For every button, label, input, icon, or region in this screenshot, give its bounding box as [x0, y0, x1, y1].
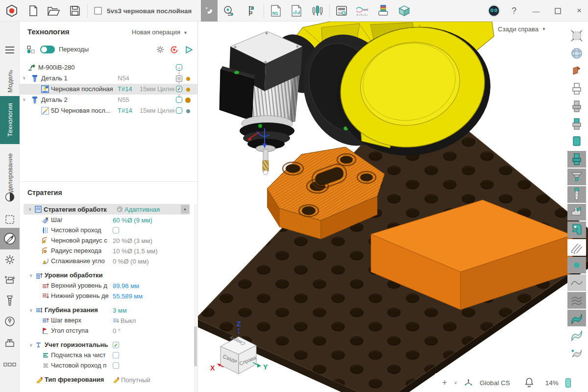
cleanup-checkbox[interactable] [113, 352, 119, 358]
operation-settings-button[interactable] [155, 44, 166, 55]
render-mode-icon[interactable] [0, 189, 20, 205]
save-button[interactable] [67, 0, 83, 22]
report-button[interactable] [288, 0, 305, 22]
param-value[interactable]: 89.96 мм [113, 282, 139, 289]
enabled-checkbox[interactable] [176, 107, 182, 114]
tool-bit-icon[interactable] [0, 293, 20, 309]
param-value[interactable]: Попутный [121, 376, 150, 383]
param-value[interactable]: 20 %Ø (3 мм) [113, 237, 152, 244]
settings-gear-icon[interactable] [0, 252, 20, 268]
group-cut-depth[interactable]: ∨ Глубина резания 3 мм [20, 305, 198, 315]
param-link-radius[interactable]: Радиус перехода 10 %Ø (1.5 мм) [20, 245, 198, 256]
minimize-button[interactable]: — [527, 0, 545, 22]
help-button[interactable]: ? [508, 0, 520, 22]
show-stock-button[interactable] [567, 98, 586, 115]
param-top-level[interactable]: Верхний уровень д 89.96 мм [20, 280, 198, 291]
param-strategy-combobox[interactable]: ∨ Стратегия обработк Адаптивная ▼ [24, 204, 190, 215]
selection-box-icon[interactable] [0, 212, 20, 227]
main-menu-icon[interactable] [0, 42, 20, 58]
show-toolpath-button[interactable] [567, 239, 586, 256]
show-flag-surface-button[interactable] [567, 327, 586, 344]
param-corner-smoothing[interactable]: Сглаживание угло 0 %Ø (0 мм) [20, 256, 198, 266]
close-button[interactable]: × [570, 0, 588, 22]
chevron-down-icon[interactable]: ∨ [29, 308, 36, 313]
fit-view-button[interactable] [567, 27, 586, 44]
show-machine-button-active[interactable] [567, 221, 586, 238]
flats-pass-checkbox[interactable] [113, 362, 119, 368]
param-value[interactable]: 55.589 мм [113, 292, 143, 299]
finish-pass-checkbox[interactable] [113, 227, 119, 233]
chevron-down-icon[interactable]: ∨ [23, 75, 26, 80]
chevron-down-icon[interactable]: ∨ [29, 273, 36, 278]
spindle-motor[interactable] [220, 31, 302, 175]
enabled-checkbox[interactable] [176, 64, 182, 71]
new-file-button[interactable] [25, 0, 41, 22]
param-value[interactable]: 3 мм [113, 306, 127, 314]
tree-row-part1[interactable]: ∨ Деталь 1 N54 [20, 73, 198, 84]
param-finish-pass[interactable]: Чистовой проход [20, 225, 198, 235]
param-value[interactable]: 10 %Ø (1.5 мм) [113, 247, 158, 254]
group-horizontal-areas[interactable]: ∨ Учет горизонтальнь ✓ [20, 340, 198, 350]
open-file-button[interactable] [45, 0, 62, 22]
simulate-play-button[interactable] [183, 44, 194, 55]
param-value[interactable]: 0 ° [113, 327, 121, 334]
param-step[interactable]: Шаг 60 %Ø (9 мм) [20, 215, 198, 225]
fixture-icon[interactable] [0, 335, 20, 350]
caliper-button[interactable] [242, 0, 259, 22]
enabled-checkbox[interactable] [176, 97, 182, 103]
show-model-button[interactable] [567, 133, 586, 150]
operations-stack-icon[interactable] [175, 75, 183, 84]
stock-material-button[interactable] [395, 0, 414, 22]
tab-technology[interactable]: Технология [0, 96, 20, 144]
param-value[interactable]: 0 %Ø (0 мм) [113, 257, 149, 265]
panel-scrollbar[interactable] [194, 204, 197, 392]
show-holder-button-active[interactable] [567, 169, 586, 185]
snap-magnet-button[interactable] [201, 0, 218, 22]
coordinate-system-label[interactable]: Global CS [480, 379, 510, 387]
show-points-button-active[interactable] [567, 257, 586, 273]
scene-canvas[interactable]: Z Сверху Сзади Справа X Y [198, 22, 588, 392]
show-fixture-button[interactable] [567, 116, 586, 132]
show-machined-result-button-active[interactable] [567, 204, 586, 220]
show-workpiece-button-active[interactable] [567, 151, 586, 168]
measure-tape-button[interactable] [220, 0, 237, 22]
horizontal-areas-checkbox-checked[interactable]: ✓ [113, 342, 119, 348]
notifications-bell-icon[interactable] [525, 377, 534, 389]
chevron-down-icon[interactable]: ∨ [29, 343, 36, 347]
nc-program-button[interactable]: N1 [268, 0, 284, 22]
feed-dial-icon[interactable] [0, 314, 20, 329]
param-cleanup-finish[interactable]: Подчистка на чист [20, 350, 198, 360]
workpiece-icon[interactable] [0, 272, 20, 288]
param-retract-angle[interactable]: Угол отступа 0 ° [20, 325, 198, 336]
calculator-button[interactable] [333, 0, 350, 22]
param-bottom-level[interactable]: Нижний уровень де 55.589 мм [20, 291, 198, 301]
chevron-down-icon[interactable]: ∨ [23, 97, 26, 102]
show-marked-surface-button[interactable] [567, 345, 586, 362]
param-value[interactable]: Выкл [121, 317, 136, 324]
group-machining-levels[interactable]: ∨ Уровни обработки [20, 270, 198, 280]
enabled-checkbox-checked[interactable]: ✓ [176, 86, 182, 92]
tool-library-button[interactable] [309, 0, 326, 22]
graphs-button[interactable] [353, 0, 371, 22]
surface-view-button[interactable] [567, 63, 586, 79]
show-tool-button-active[interactable] [567, 186, 586, 203]
machining-levels-button[interactable] [374, 0, 392, 22]
viewport-3d[interactable]: Z Сверху Сзади Справа X Y Сзади справа ▼ [198, 22, 588, 392]
assistant-bot-button[interactable] [485, 0, 503, 22]
show-curve-button[interactable] [567, 274, 586, 291]
zoom-level-value[interactable]: 14% [545, 379, 559, 387]
show-wireframe-surface-button-active[interactable] [567, 292, 586, 309]
param-rough-radius[interactable]: Черновой радиус с 20 %Ø (3 мм) [20, 235, 198, 245]
new-operation-dropdown[interactable]: Новая операция▼ [132, 28, 188, 36]
view-orientation-dropdown[interactable]: Сзади справа ▼ [498, 25, 546, 33]
param-finish-pass-flats[interactable]: Чистовой проход п [20, 360, 198, 370]
tree-row-machine[interactable]: M-900iB-280 [20, 62, 198, 73]
chevron-down-icon[interactable]: ∨ [28, 207, 35, 212]
more-options-icon[interactable] [0, 357, 20, 372]
tree-row-part2[interactable]: ∨ Деталь 2 N55 [20, 95, 198, 105]
strategy-dropdown-button[interactable]: ▼ [181, 205, 189, 214]
globe-view-button[interactable] [567, 45, 586, 62]
show-part-button[interactable] [567, 80, 586, 97]
tree-row-operation-5d[interactable]: 5D Черновая посл... T#14 15мм Цилинд [20, 105, 198, 116]
param-step-up[interactable]: Шаг вверх Выкл [20, 315, 198, 325]
